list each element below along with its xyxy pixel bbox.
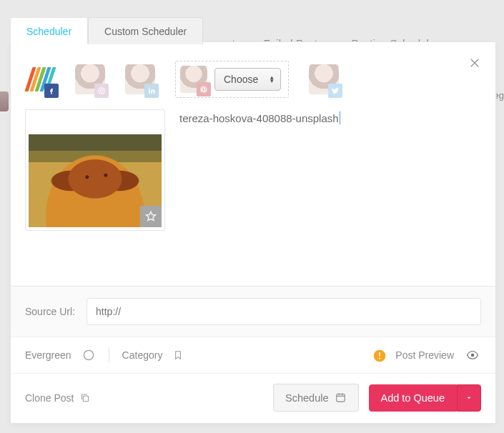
account-linkedin[interactable] xyxy=(125,64,155,94)
close-icon[interactable] xyxy=(468,56,483,71)
compose-modal: Choose ▴▾ tereza-hoskova-408088-unsplash xyxy=(10,41,496,424)
eye-icon[interactable] xyxy=(464,349,481,362)
accounts-row: Choose ▴▾ xyxy=(11,42,495,102)
category-label: Category xyxy=(122,349,163,361)
tab-scheduler[interactable]: Scheduler xyxy=(10,17,88,44)
star-icon[interactable] xyxy=(140,206,162,227)
bookmark-icon[interactable] xyxy=(172,349,184,362)
queue-dropdown-button[interactable] xyxy=(457,384,481,412)
svg-point-8 xyxy=(379,358,380,359)
svg-rect-7 xyxy=(379,352,380,357)
queue-button-group: Add to Queue xyxy=(369,384,482,412)
schedule-button[interactable]: Schedule xyxy=(273,384,358,412)
caption-text: tereza-hoskova-408088-unsplash xyxy=(179,112,339,124)
clone-post-label: Clone Post xyxy=(25,392,74,404)
account-facebook[interactable] xyxy=(25,64,55,94)
copy-icon xyxy=(79,392,91,404)
calendar-icon xyxy=(335,392,347,404)
svg-point-4 xyxy=(149,88,150,89)
source-url-label: Source Url: xyxy=(25,306,75,317)
evergreen-toggle[interactable] xyxy=(81,348,96,362)
options-row: Evergreen Category Post Preview xyxy=(11,337,495,373)
facebook-icon xyxy=(44,84,59,98)
instagram-icon xyxy=(94,84,109,98)
account-pinterest[interactable] xyxy=(180,66,207,93)
caret-down-icon xyxy=(465,394,473,402)
pinterest-board-selector: Choose ▴▾ xyxy=(175,61,289,98)
divider xyxy=(109,347,109,363)
caption-input[interactable]: tereza-hoskova-408088-unsplash xyxy=(179,109,481,231)
svg-point-9 xyxy=(471,354,475,357)
post-preview-label: Post Preview xyxy=(395,349,454,361)
twitter-icon xyxy=(328,84,342,98)
svg-point-5 xyxy=(84,350,93,359)
add-to-queue-button[interactable]: Add to Queue xyxy=(369,384,458,412)
source-url-input[interactable] xyxy=(87,298,481,325)
clone-post-button[interactable]: Clone Post xyxy=(25,392,91,404)
svg-point-2 xyxy=(103,89,104,89)
svg-rect-11 xyxy=(336,394,344,402)
account-instagram[interactable] xyxy=(75,64,105,94)
alert-icon xyxy=(372,349,385,362)
footer-row: Clone Post Schedule Add to Queue xyxy=(11,373,495,423)
pinterest-icon xyxy=(197,82,211,96)
svg-rect-3 xyxy=(149,90,150,94)
account-twitter[interactable] xyxy=(309,64,339,94)
svg-point-1 xyxy=(100,89,103,92)
attached-image-card[interactable] xyxy=(25,109,165,231)
board-select[interactable]: Choose xyxy=(214,68,281,91)
queue-label: Add to Queue xyxy=(381,392,445,404)
tab-custom-scheduler[interactable]: Custom Scheduler xyxy=(88,17,203,44)
tabset: Scheduler Custom Scheduler xyxy=(10,17,203,44)
content-row: tereza-hoskova-408088-unsplash xyxy=(11,102,495,242)
schedule-label: Schedule xyxy=(285,392,328,404)
evergreen-label: Evergreen xyxy=(25,349,71,361)
svg-rect-10 xyxy=(84,396,89,401)
bg-avatar xyxy=(0,91,9,111)
text-cursor xyxy=(340,111,340,124)
linkedin-icon xyxy=(144,84,159,98)
source-url-row: Source Url: xyxy=(11,286,495,337)
